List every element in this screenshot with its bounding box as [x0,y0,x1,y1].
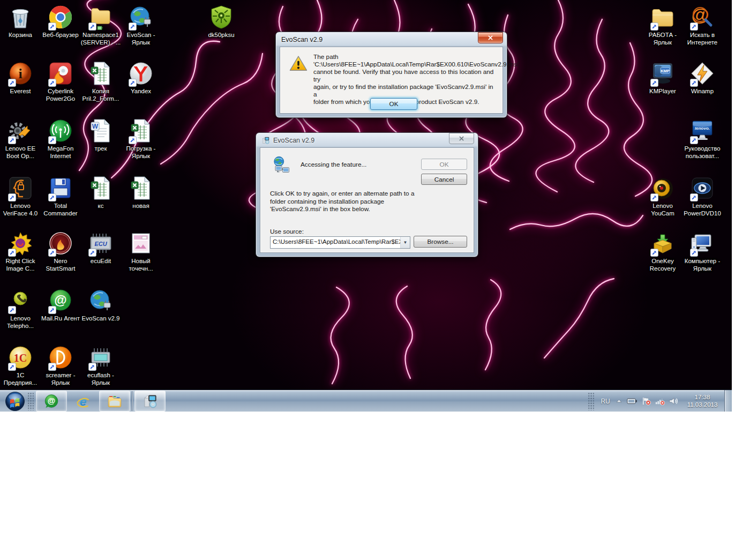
network-feature-icon [272,155,291,175]
desktop-icon-nero[interactable]: Nero StartSmart [40,230,81,272]
desktop-icon-screamer[interactable]: screamer - Ярлык [40,345,81,386]
taskbar-button-explorer-folder[interactable] [99,391,130,412]
clock[interactable]: 17:38 11.03.2013 [682,394,722,408]
show-desktop-button[interactable] [724,390,732,412]
desktop-icon-kmplayer[interactable]: KMPKMPlayer [642,61,683,95]
evoscan-globe-icon [128,4,154,30]
error-dialog-body: The path'C:\Users\8FEE~1\AppData\Local\T… [280,47,503,114]
desktop-icon-label: РАБОТА - Ярлык [642,32,683,46]
svg-text:lenovo.: lenovo. [695,126,710,131]
desktop-icon-evoscan-globe[interactable]: EvoScan v2.9 [80,288,121,323]
volume-icon[interactable] [669,397,679,405]
source-dialog-titlebar[interactable]: EvoScan v2.9 [256,133,478,147]
desktop-icon-excel-doc[interactable]: кс [80,175,121,210]
desktop-icon-excel-doc[interactable]: новая [121,175,161,210]
desktop-icon-megafon[interactable]: MegaFon Internet [40,118,81,160]
desktop-icon-rightclick-gear[interactable]: Right Click Image C... [0,230,41,272]
desktop-icon-recycle-bin[interactable]: Корзина [0,4,41,39]
desktop-icon-gear-arrow[interactable]: Lenovo EE Boot Op... [0,118,41,160]
desktop-icon-onekey[interactable]: OneKey Recovery [642,230,683,272]
clock-time: 17:38 [682,394,722,401]
excel-doc-icon [88,175,114,201]
text-line: cannot be found. Verify that you have ac… [313,68,498,83]
cancel-button[interactable]: Cancel [421,174,467,185]
language-indicator[interactable]: RU [599,398,611,405]
desktop-icon-label: EvoScan - Ярлык [121,32,161,46]
rightclick-gear-icon [8,230,33,256]
desktop-icon-winamp[interactable]: Winamp [682,61,723,95]
desktop-icon-lenovo-monitor[interactable]: lenovo.Руководство пользоват... [682,118,723,160]
desktop-icon-label: Компьютер - Ярлык [682,258,723,272]
ok-button[interactable]: OK [421,159,467,170]
battery-icon[interactable] [627,397,638,405]
desktop-icon-label: MegaFon Internet [40,145,81,160]
taskbar-button-internet-explorer[interactable]: e [68,391,98,411]
desktop-icon-chrome[interactable]: Веб-браузер [40,4,81,39]
browse-button[interactable]: Browse... [414,236,467,248]
shortcut-overlay-icon [129,136,137,144]
hidden-icons-arrow-icon[interactable] [615,397,623,405]
desktop-icon-drweb-shield[interactable]: dk50pksu [201,4,242,39]
taskbar-separator [132,391,133,411]
desktop-icon-mailru-search[interactable]: @Искать в Интернете [682,4,723,46]
warning-icon [289,55,308,72]
taskbar-button-mailru-agent[interactable]: @ [36,391,67,412]
desktop-icon-lenovo-phone[interactable]: Lenovo Telepho... [0,288,41,330]
taskbar-button-installer[interactable] [134,391,166,412]
svg-text:ECU: ECU [94,241,107,247]
megafon-icon [48,118,73,144]
desktop-icon-flash-chip[interactable]: ecuflash - Ярлык [80,345,121,386]
ok-button[interactable]: OK [370,98,417,110]
total-commander-icon [48,175,73,201]
desktop-icon-label: Namespace1 (SERVER) - ... [80,32,121,46]
desktop-icon-yandex[interactable]: Yandex [121,61,161,95]
action-center-flag-icon[interactable] [641,397,651,405]
desktop-icon-computer[interactable]: Компьютер - Ярлык [682,230,723,272]
desktop-icon-onec[interactable]: 1С1С Предприя... [0,345,41,386]
svg-text:1С: 1С [14,352,27,364]
desktop-icon-label: Total Commander [40,203,81,217]
installer-icon [261,136,270,145]
close-icon[interactable] [449,133,474,144]
desktop-icon-label: Nero StartSmart [40,258,81,272]
kmplayer-icon: KMP [650,61,676,86]
desktop-icon-label: Right Click Image C... [0,258,41,272]
desktop-icon-label: Lenovo EE Boot Op... [0,145,41,160]
desktop-icon-mailru-agent[interactable]: @Mail.Ru Агент [40,288,81,323]
desktop-icon-ecu-chip[interactable]: ECUecuEdit [80,230,121,265]
desktop-icon-total-commander[interactable]: Total Commander [40,175,81,217]
svg-text:W: W [92,123,99,130]
desktop-icon-bitmap-image[interactable]: Новый точечн... [121,230,161,272]
desktop-icon-folder-network[interactable]: Namespace1 (SERVER) - ... [80,4,121,46]
shortcut-overlay-icon [8,136,16,144]
desktop-icon-veriface[interactable]: Lenovo VeriFace 4.0 [0,175,41,217]
desktop-icon-excel-doc[interactable]: Копия Pril.2_Form... [80,61,121,102]
error-dialog-titlebar[interactable]: EvoScan v2.9 [276,32,507,47]
evoscan-globe-icon [88,288,114,313]
desktop-icon-evoscan-globe[interactable]: EvoScan - Ярлык [121,4,161,46]
desktop-icon-folder[interactable]: РАБОТА - Ярлык [642,4,683,46]
nero-icon [48,230,73,256]
desktop-icon-powerdvd[interactable]: Lenovo PowerDVD10 [682,175,723,217]
desktop-icon-word-doc[interactable]: Wтрек [80,118,121,153]
close-icon[interactable] [478,32,503,43]
network-error-icon[interactable] [655,397,665,405]
desktop-icon-label: dk50pksu [201,32,242,39]
chevron-down-icon[interactable]: ▼ [400,237,410,248]
taskbar-buttons: @e [35,390,166,412]
computer-icon [689,230,715,256]
excel-doc-icon [88,61,114,86]
source-path-combobox[interactable]: C:\Users\8FEE~1\AppData\Local\Temp\Rar$E… [270,236,410,249]
desktop-icon-youcam[interactable]: Lenovo YouCam [642,175,683,217]
everest-icon: i [8,61,33,86]
desktop-icon-label: Lenovo YouCam [642,203,683,217]
desktop-icon-power2go[interactable]: Cyberlink Power2Go [40,61,81,102]
desktop-icon-label: Lenovo VeriFace 4.0 [0,203,41,217]
desktop-icon-label: Искать в Интернете [682,32,723,46]
tray-grip [588,392,594,410]
shortcut-overlay-icon [690,136,698,144]
desktop-icon-excel-doc[interactable]: Погрузка - Ярлык [121,118,161,160]
desktop-icon-everest[interactable]: iEverest [0,61,41,95]
powerdvd-icon [689,175,715,201]
start-button[interactable] [4,391,26,412]
